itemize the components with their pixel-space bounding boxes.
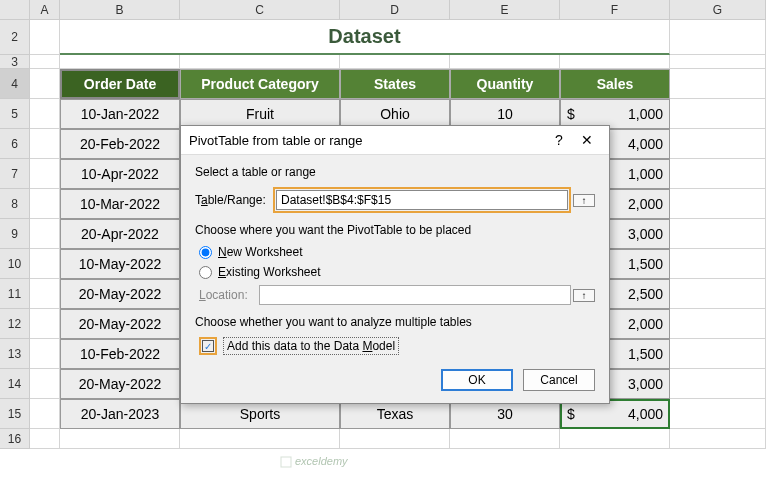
cell[interactable] [340, 429, 450, 449]
col-header-f[interactable]: F [560, 0, 670, 20]
collapse-range-button[interactable]: ↑ [573, 194, 595, 207]
dialog-footer: OK Cancel [181, 361, 609, 403]
data-model-checkbox[interactable]: ✓ [202, 340, 214, 352]
cell[interactable] [560, 55, 670, 69]
row-header[interactable]: 7 [0, 159, 30, 189]
location-input[interactable] [259, 285, 571, 305]
cell[interactable] [30, 279, 60, 309]
row-header-3[interactable]: 3 [0, 55, 30, 69]
column-headers-row: A B C D E F G [0, 0, 766, 20]
help-button[interactable]: ? [545, 132, 573, 148]
cell-date[interactable]: 10-Apr-2022 [60, 159, 180, 189]
cell[interactable] [670, 189, 766, 219]
header-product-category[interactable]: Product Category [180, 69, 340, 99]
cell[interactable] [670, 99, 766, 129]
cell[interactable] [450, 55, 560, 69]
radio-new-worksheet-row: New Worksheet [195, 245, 595, 259]
cell[interactable] [670, 279, 766, 309]
cell[interactable] [670, 399, 766, 429]
cell[interactable] [60, 55, 180, 69]
collapse-location-button[interactable]: ↑ [573, 289, 595, 302]
cell-date[interactable]: 10-Mar-2022 [60, 189, 180, 219]
row-header[interactable]: 14 [0, 369, 30, 399]
cell[interactable] [670, 129, 766, 159]
cell[interactable] [30, 129, 60, 159]
cell[interactable] [670, 20, 766, 55]
cell[interactable] [30, 399, 60, 429]
cell[interactable] [30, 369, 60, 399]
close-button[interactable]: ✕ [573, 132, 601, 148]
row-header[interactable]: 5 [0, 99, 30, 129]
header-sales[interactable]: Sales [560, 69, 670, 99]
location-label: Location: [199, 288, 259, 302]
col-header-c[interactable]: C [180, 0, 340, 20]
cell[interactable] [30, 429, 60, 449]
radio-new-worksheet[interactable] [199, 246, 212, 259]
cell[interactable] [30, 249, 60, 279]
col-header-a[interactable]: A [30, 0, 60, 20]
col-header-e[interactable]: E [450, 0, 560, 20]
col-header-d[interactable]: D [340, 0, 450, 20]
cancel-button[interactable]: Cancel [523, 369, 595, 391]
cell[interactable] [180, 55, 340, 69]
cell[interactable] [670, 339, 766, 369]
row-header[interactable]: 6 [0, 129, 30, 159]
cell-date[interactable]: 20-May-2022 [60, 369, 180, 399]
row-header[interactable]: 9 [0, 219, 30, 249]
row-16: 16 [0, 429, 766, 449]
cell[interactable] [30, 309, 60, 339]
row-header[interactable]: 12 [0, 309, 30, 339]
dataset-title[interactable]: Dataset [60, 20, 670, 55]
cell[interactable] [30, 159, 60, 189]
header-order-date[interactable]: Order Date [60, 69, 180, 99]
cell[interactable] [30, 55, 60, 69]
cell[interactable] [670, 249, 766, 279]
row-2: 2 Dataset [0, 20, 766, 55]
col-header-b[interactable]: B [60, 0, 180, 20]
row-header-2[interactable]: 2 [0, 20, 30, 55]
cell-date[interactable]: 20-Apr-2022 [60, 219, 180, 249]
cell-date[interactable]: 10-May-2022 [60, 249, 180, 279]
cell[interactable] [340, 55, 450, 69]
cell[interactable] [670, 159, 766, 189]
dialog-titlebar[interactable]: PivotTable from table or range ? ✕ [181, 126, 609, 155]
cell[interactable] [30, 99, 60, 129]
cell[interactable] [180, 429, 340, 449]
cell[interactable] [30, 219, 60, 249]
header-quantity[interactable]: Quantity [450, 69, 560, 99]
cell[interactable] [560, 429, 670, 449]
cell-date[interactable]: 10-Feb-2022 [60, 339, 180, 369]
ok-button[interactable]: OK [441, 369, 513, 391]
cell[interactable] [670, 219, 766, 249]
row-header-4[interactable]: 4 [0, 69, 30, 99]
cell-date[interactable]: 20-May-2022 [60, 279, 180, 309]
table-range-input[interactable] [276, 190, 568, 210]
dialog-title: PivotTable from table or range [189, 133, 545, 148]
cell[interactable] [670, 429, 766, 449]
cell[interactable] [670, 55, 766, 69]
cell[interactable] [30, 189, 60, 219]
cell[interactable] [670, 309, 766, 339]
arrow-up-icon: ↑ [582, 195, 587, 206]
cell-date[interactable]: 20-May-2022 [60, 309, 180, 339]
header-states[interactable]: States [340, 69, 450, 99]
radio-existing-worksheet[interactable] [199, 266, 212, 279]
cell[interactable] [30, 20, 60, 55]
cell[interactable] [450, 429, 560, 449]
row-header[interactable]: 10 [0, 249, 30, 279]
cell-date[interactable]: 10-Jan-2022 [60, 99, 180, 129]
col-header-g[interactable]: G [670, 0, 766, 20]
cell[interactable] [30, 69, 60, 99]
cell-date[interactable]: 20-Jan-2023 [60, 399, 180, 429]
cell[interactable] [60, 429, 180, 449]
cell[interactable] [30, 339, 60, 369]
row-header[interactable]: 13 [0, 339, 30, 369]
cell[interactable] [670, 69, 766, 99]
row-header[interactable]: 8 [0, 189, 30, 219]
row-header-16[interactable]: 16 [0, 429, 30, 449]
cell[interactable] [670, 369, 766, 399]
row-header[interactable]: 15 [0, 399, 30, 429]
cell-date[interactable]: 20-Feb-2022 [60, 129, 180, 159]
row-header[interactable]: 11 [0, 279, 30, 309]
select-all-corner[interactable] [0, 0, 30, 20]
